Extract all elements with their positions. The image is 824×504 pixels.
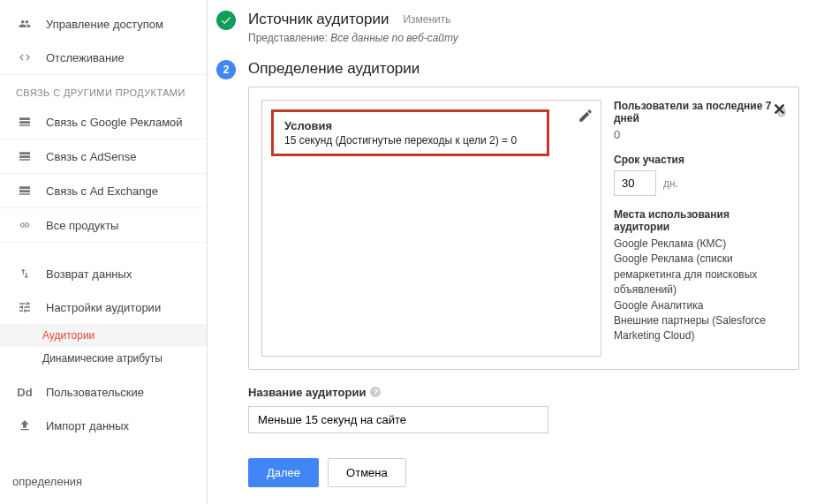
conditions-box: Условия 15 секунд (Достигнутые переходы … <box>271 109 549 156</box>
next-button[interactable]: Далее <box>248 458 319 487</box>
cancel-button[interactable]: Отмена <box>328 458 406 487</box>
nav-label: Связь с Google Рекламой <box>46 116 183 129</box>
nav-adsense-link[interactable]: Связь с AdSense <box>0 139 207 174</box>
nav-label: Импорт данных <box>46 419 129 433</box>
section-header: СВЯЗЬ С ДРУГИМИ ПРОДУКТАМИ <box>0 75 207 105</box>
grid-icon <box>16 148 34 164</box>
nav-label: Управление доступом <box>46 18 163 31</box>
dd-icon: Dd <box>16 384 34 400</box>
grid-icon <box>16 183 34 199</box>
nav-tracking[interactable]: Отслеживание <box>0 41 207 75</box>
conditions-text: 15 секунд (Достигнутые переходы к цели 2… <box>284 134 536 147</box>
check-icon <box>216 11 236 30</box>
nav-google-ads-link[interactable]: Связь с Google Рекламой <box>0 105 207 139</box>
nav-label: Пользовательские <box>46 386 144 399</box>
definition-card: Условия 15 секунд (Достигнутые переходы … <box>248 87 799 370</box>
button-row: Далее Отмена <box>248 458 799 487</box>
conditions-title: Условия <box>284 119 536 132</box>
grid-icon <box>16 114 34 130</box>
places-label: Места использования аудитории <box>614 208 786 233</box>
step1-title: Источник аудитории <box>248 11 389 28</box>
step2-title: Определение аудитории <box>248 60 420 78</box>
users-label: Пользователи за последние 7 дней ? <box>614 100 786 124</box>
duration-unit: дн. <box>663 177 678 190</box>
step-audience-definition: 2 Определение аудитории Условия 15 секун… <box>216 60 799 370</box>
sidebar: Управление доступом Отслеживание СВЯЗЬ С… <box>0 0 208 504</box>
nav-adexchange-link[interactable]: Связь с Ad Exchange <box>0 174 207 208</box>
edit-icon[interactable] <box>578 108 593 126</box>
name-label: Название аудитории ? <box>248 386 799 399</box>
places-list: Google Реклама (КМС)Google Реклама (спис… <box>614 237 786 344</box>
nav-audience-settings[interactable]: Настройки аудитории <box>0 290 207 324</box>
sliders-icon <box>16 299 34 315</box>
nav-all-products[interactable]: Все продукты <box>0 208 207 243</box>
side-panel: ✕ Пользователи за последние 7 дней ? 0 С… <box>614 100 786 357</box>
sub-audiences[interactable]: Аудитории <box>0 324 207 347</box>
nav-custom[interactable]: Dd Пользовательские <box>0 375 207 409</box>
nav-label: Все продукты <box>46 219 118 232</box>
sub-dynamic-attributes[interactable]: Динамические атрибуты <box>0 347 207 370</box>
upload-icon <box>16 417 34 433</box>
main-content: Источник аудитории Изменить Представлени… <box>208 0 824 504</box>
nav-label: Связь с Ad Exchange <box>46 184 158 198</box>
step-audience-source: Источник аудитории Изменить Представлени… <box>216 11 799 44</box>
duration-input[interactable] <box>614 170 656 196</box>
users-value: 0 <box>614 128 786 141</box>
code-icon <box>16 49 34 65</box>
nav-label: Возврат данных <box>46 267 132 281</box>
step-number-icon: 2 <box>216 60 236 79</box>
nav-import[interactable]: Импорт данных <box>0 409 207 442</box>
help-icon[interactable]: ? <box>370 387 381 397</box>
nav-data-return[interactable]: Возврат данных <box>0 257 207 290</box>
nav-label: Отслеживание <box>46 51 125 64</box>
definition-editor: Условия 15 секунд (Достигнутые переходы … <box>261 100 601 357</box>
audience-name-section: Название аудитории ? <box>248 386 799 433</box>
link-icon <box>16 217 34 233</box>
audience-name-input[interactable] <box>248 406 548 433</box>
arrows-icon <box>16 266 34 282</box>
overlay-text: определения <box>12 475 82 488</box>
nav-access-management[interactable]: Управление доступом <box>0 7 207 41</box>
close-icon[interactable]: ✕ <box>773 100 786 119</box>
nav-label: Связь с AdSense <box>46 150 136 163</box>
step1-sub: Представление: Все данные по веб-сайту <box>248 32 799 44</box>
people-icon <box>16 16 34 32</box>
duration-label: Срок участия <box>614 154 786 166</box>
nav-label: Настройки аудитории <box>46 301 161 314</box>
change-link[interactable]: Изменить <box>403 13 450 26</box>
